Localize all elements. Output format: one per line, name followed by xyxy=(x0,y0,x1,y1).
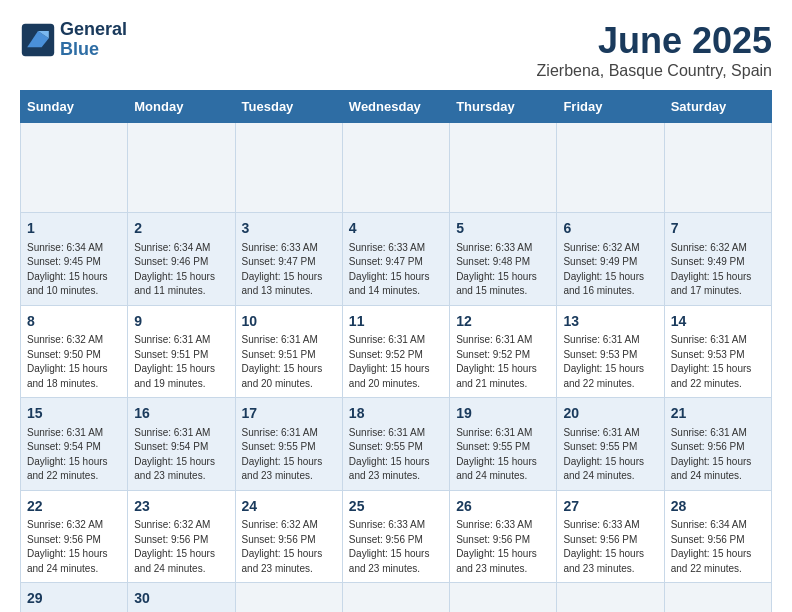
sunset-label: Sunset: 9:49 PM xyxy=(671,256,745,267)
day-number: 28 xyxy=(671,497,765,517)
sunrise-label: Sunrise: 6:31 AM xyxy=(456,427,532,438)
day-info: Sunrise: 6:32 AMSunset: 9:49 PMDaylight:… xyxy=(671,241,765,299)
day-info: Sunrise: 6:32 AMSunset: 9:49 PMDaylight:… xyxy=(563,241,657,299)
calendar-cell: 5Sunrise: 6:33 AMSunset: 9:48 PMDaylight… xyxy=(450,213,557,306)
calendar-week-row: 22Sunrise: 6:32 AMSunset: 9:56 PMDayligh… xyxy=(21,490,772,583)
day-info: Sunrise: 6:31 AMSunset: 9:51 PMDaylight:… xyxy=(134,333,228,391)
calendar-cell xyxy=(557,583,664,612)
daylight-label: Daylight: 15 hours and 23 minutes. xyxy=(563,548,644,574)
sunset-label: Sunset: 9:47 PM xyxy=(349,256,423,267)
location-title: Zierbena, Basque Country, Spain xyxy=(537,62,772,80)
calendar-cell: 27Sunrise: 6:33 AMSunset: 9:56 PMDayligh… xyxy=(557,490,664,583)
sunrise-label: Sunrise: 6:31 AM xyxy=(563,334,639,345)
day-number: 30 xyxy=(134,589,228,609)
day-info: Sunrise: 6:31 AMSunset: 9:55 PMDaylight:… xyxy=(349,426,443,484)
sunset-label: Sunset: 9:54 PM xyxy=(134,441,208,452)
sunset-label: Sunset: 9:48 PM xyxy=(456,256,530,267)
day-number: 23 xyxy=(134,497,228,517)
day-info: Sunrise: 6:33 AMSunset: 9:56 PMDaylight:… xyxy=(563,518,657,576)
day-info: Sunrise: 6:31 AMSunset: 9:51 PMDaylight:… xyxy=(242,333,336,391)
calendar-cell: 24Sunrise: 6:32 AMSunset: 9:56 PMDayligh… xyxy=(235,490,342,583)
header-friday: Friday xyxy=(557,91,664,123)
sunrise-label: Sunrise: 6:32 AM xyxy=(27,334,103,345)
title-block: June 2025 Zierbena, Basque Country, Spai… xyxy=(537,20,772,80)
day-info: Sunrise: 6:34 AMSunset: 9:56 PMDaylight:… xyxy=(671,518,765,576)
daylight-label: Daylight: 15 hours and 22 minutes. xyxy=(563,363,644,389)
daylight-label: Daylight: 15 hours and 20 minutes. xyxy=(242,363,323,389)
day-number: 9 xyxy=(134,312,228,332)
daylight-label: Daylight: 15 hours and 16 minutes. xyxy=(563,271,644,297)
sunrise-label: Sunrise: 6:33 AM xyxy=(563,519,639,530)
calendar-cell: 2Sunrise: 6:34 AMSunset: 9:46 PMDaylight… xyxy=(128,213,235,306)
calendar-week-row: 1Sunrise: 6:34 AMSunset: 9:45 PMDaylight… xyxy=(21,213,772,306)
sunset-label: Sunset: 9:53 PM xyxy=(563,349,637,360)
sunset-label: Sunset: 9:50 PM xyxy=(27,349,101,360)
calendar-cell xyxy=(235,123,342,213)
daylight-label: Daylight: 15 hours and 22 minutes. xyxy=(671,363,752,389)
calendar-cell: 26Sunrise: 6:33 AMSunset: 9:56 PMDayligh… xyxy=(450,490,557,583)
day-number: 24 xyxy=(242,497,336,517)
daylight-label: Daylight: 15 hours and 24 minutes. xyxy=(563,456,644,482)
day-number: 26 xyxy=(456,497,550,517)
day-info: Sunrise: 6:32 AMSunset: 9:56 PMDaylight:… xyxy=(27,518,121,576)
daylight-label: Daylight: 15 hours and 23 minutes. xyxy=(242,548,323,574)
calendar-cell xyxy=(128,123,235,213)
day-info: Sunrise: 6:31 AMSunset: 9:55 PMDaylight:… xyxy=(456,426,550,484)
header-monday: Monday xyxy=(128,91,235,123)
calendar-cell: 25Sunrise: 6:33 AMSunset: 9:56 PMDayligh… xyxy=(342,490,449,583)
daylight-label: Daylight: 15 hours and 15 minutes. xyxy=(456,271,537,297)
calendar-cell: 21Sunrise: 6:31 AMSunset: 9:56 PMDayligh… xyxy=(664,398,771,491)
day-info: Sunrise: 6:33 AMSunset: 9:47 PMDaylight:… xyxy=(242,241,336,299)
calendar-week-row: 15Sunrise: 6:31 AMSunset: 9:54 PMDayligh… xyxy=(21,398,772,491)
calendar-cell: 1Sunrise: 6:34 AMSunset: 9:45 PMDaylight… xyxy=(21,213,128,306)
calendar-cell: 20Sunrise: 6:31 AMSunset: 9:55 PMDayligh… xyxy=(557,398,664,491)
calendar-cell: 22Sunrise: 6:32 AMSunset: 9:56 PMDayligh… xyxy=(21,490,128,583)
sunset-label: Sunset: 9:56 PM xyxy=(671,441,745,452)
calendar-cell: 30Sunrise: 6:35 AMSunset: 9:56 PMDayligh… xyxy=(128,583,235,612)
sunrise-label: Sunrise: 6:31 AM xyxy=(671,427,747,438)
calendar-cell: 15Sunrise: 6:31 AMSunset: 9:54 PMDayligh… xyxy=(21,398,128,491)
sunset-label: Sunset: 9:56 PM xyxy=(242,534,316,545)
day-number: 1 xyxy=(27,219,121,239)
calendar-cell xyxy=(342,123,449,213)
calendar-cell: 10Sunrise: 6:31 AMSunset: 9:51 PMDayligh… xyxy=(235,305,342,398)
header-thursday: Thursday xyxy=(450,91,557,123)
sunrise-label: Sunrise: 6:31 AM xyxy=(242,427,318,438)
sunset-label: Sunset: 9:49 PM xyxy=(563,256,637,267)
day-info: Sunrise: 6:34 AMSunset: 9:46 PMDaylight:… xyxy=(134,241,228,299)
day-number: 10 xyxy=(242,312,336,332)
sunrise-label: Sunrise: 6:32 AM xyxy=(671,242,747,253)
sunset-label: Sunset: 9:55 PM xyxy=(349,441,423,452)
day-info: Sunrise: 6:34 AMSunset: 9:45 PMDaylight:… xyxy=(27,241,121,299)
daylight-label: Daylight: 15 hours and 23 minutes. xyxy=(456,548,537,574)
daylight-label: Daylight: 15 hours and 19 minutes. xyxy=(134,363,215,389)
sunset-label: Sunset: 9:56 PM xyxy=(563,534,637,545)
sunrise-label: Sunrise: 6:31 AM xyxy=(349,427,425,438)
day-info: Sunrise: 6:33 AMSunset: 9:56 PMDaylight:… xyxy=(349,518,443,576)
day-info: Sunrise: 6:31 AMSunset: 9:54 PMDaylight:… xyxy=(27,426,121,484)
calendar-cell: 13Sunrise: 6:31 AMSunset: 9:53 PMDayligh… xyxy=(557,305,664,398)
day-info: Sunrise: 6:33 AMSunset: 9:56 PMDaylight:… xyxy=(456,518,550,576)
sunrise-label: Sunrise: 6:31 AM xyxy=(456,334,532,345)
calendar-cell: 17Sunrise: 6:31 AMSunset: 9:55 PMDayligh… xyxy=(235,398,342,491)
sunrise-label: Sunrise: 6:34 AM xyxy=(134,242,210,253)
calendar-cell: 7Sunrise: 6:32 AMSunset: 9:49 PMDaylight… xyxy=(664,213,771,306)
day-info: Sunrise: 6:31 AMSunset: 9:56 PMDaylight:… xyxy=(671,426,765,484)
sunset-label: Sunset: 9:45 PM xyxy=(27,256,101,267)
sunrise-label: Sunrise: 6:34 AM xyxy=(27,242,103,253)
calendar-cell xyxy=(557,123,664,213)
daylight-label: Daylight: 15 hours and 23 minutes. xyxy=(349,456,430,482)
logo: General Blue xyxy=(20,20,127,60)
sunrise-label: Sunrise: 6:31 AM xyxy=(134,427,210,438)
logo-text: General Blue xyxy=(60,20,127,60)
header-saturday: Saturday xyxy=(664,91,771,123)
calendar-cell xyxy=(664,583,771,612)
day-info: Sunrise: 6:31 AMSunset: 9:53 PMDaylight:… xyxy=(563,333,657,391)
sunset-label: Sunset: 9:51 PM xyxy=(242,349,316,360)
calendar-cell xyxy=(21,123,128,213)
daylight-label: Daylight: 15 hours and 14 minutes. xyxy=(349,271,430,297)
daylight-label: Daylight: 15 hours and 11 minutes. xyxy=(134,271,215,297)
day-info: Sunrise: 6:33 AMSunset: 9:47 PMDaylight:… xyxy=(349,241,443,299)
sunset-label: Sunset: 9:55 PM xyxy=(242,441,316,452)
calendar-cell xyxy=(235,583,342,612)
